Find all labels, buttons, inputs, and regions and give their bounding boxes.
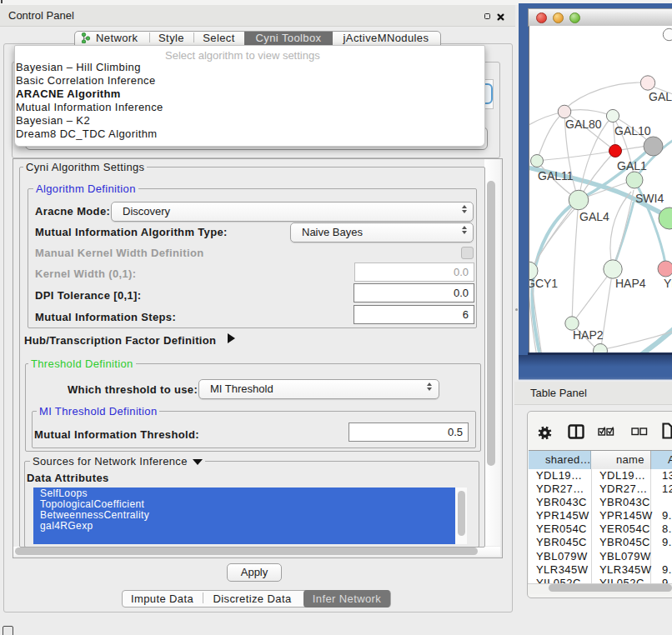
svg-text:HAP2: HAP2 [573,328,604,342]
svg-text:GAL11: GAL11 [538,169,574,182]
svg-text:GAL2: GAL2 [649,90,672,103]
svg-text:HAP4: HAP4 [615,277,646,290]
svg-text:YD: YD [664,277,672,290]
svg-text:GAL10: GAL10 [614,124,651,138]
svg-text:GAL1: GAL1 [617,159,647,172]
svg-text:GAL4: GAL4 [579,210,609,223]
svg-text:SWI4: SWI4 [635,192,664,205]
svg-text:GCY1: GCY1 [529,277,558,290]
svg-text:GAL80: GAL80 [565,118,602,131]
